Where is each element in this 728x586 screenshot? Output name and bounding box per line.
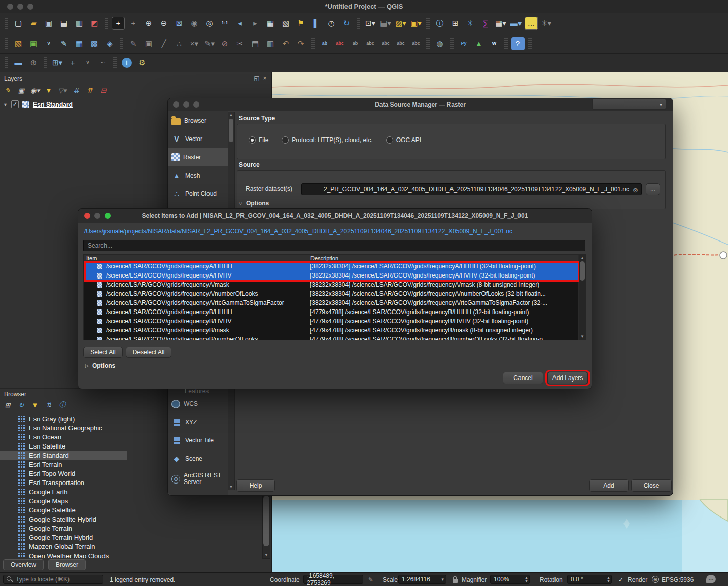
tab-browser[interactable]: Browser	[48, 559, 86, 570]
select-features-icon[interactable]: ⊡▾	[364, 17, 377, 30]
style-manager-icon[interactable]: ◩	[88, 17, 101, 30]
radio-file[interactable]: File	[249, 136, 268, 144]
browser-item-google-terrain[interactable]: Google Terrain	[0, 524, 262, 533]
magnifier-spinner[interactable]: 100% ▲▼	[490, 575, 530, 584]
tracking-center-icon[interactable]: ⊕	[27, 56, 40, 70]
rotate-label-icon[interactable]: abc	[394, 37, 407, 50]
zoom-to-layer-icon[interactable]: ◎	[203, 17, 216, 30]
remove-layer-icon[interactable]: ⊟	[98, 85, 109, 95]
statistical-summary-icon[interactable]: ⊞	[448, 17, 462, 30]
help-contents-icon[interactable]: ?	[511, 37, 525, 50]
dialog-minimize-button[interactable]	[94, 213, 100, 219]
new-bookmark-icon[interactable]: ⚑	[294, 17, 307, 30]
scroll-down-icon[interactable]: ▼	[263, 553, 270, 557]
dsm-tab-raster[interactable]: Raster	[168, 148, 228, 166]
paste-features-icon[interactable]: ▥	[264, 37, 277, 50]
add-layers-button[interactable]: Add Layers	[547, 372, 588, 384]
new-map-view-icon[interactable]: ▦	[264, 17, 277, 30]
dsm-options-expander[interactable]: ▽ Options	[239, 200, 269, 207]
open-project-icon[interactable]: ▰	[27, 17, 40, 30]
epsg-code[interactable]: EPSG:5936	[662, 576, 694, 583]
toolbar-icon[interactable]	[5, 38, 8, 49]
spinner-arrows-icon[interactable]: ▲▼	[607, 576, 610, 583]
radio-protocol[interactable]: Protocol: HTTP(S), cloud, etc.	[282, 136, 372, 144]
float-panel-icon[interactable]: ◱	[253, 75, 260, 82]
show-layout-manager-icon[interactable]: ▥	[73, 17, 86, 30]
scrollbar-thumb[interactable]	[229, 119, 233, 142]
toolbar-icon[interactable]	[120, 38, 123, 49]
metadata-info-icon[interactable]: i	[122, 58, 132, 68]
scroll-up-icon[interactable]: ▲	[228, 113, 234, 117]
select-by-value-icon[interactable]: ▤▾	[379, 17, 392, 30]
scrollbar-thumb[interactable]	[580, 261, 585, 281]
show-hide-labels-icon[interactable]: abc	[364, 37, 377, 50]
python-console-icon[interactable]: Py	[457, 37, 470, 50]
locate-search[interactable]: Type to locate (⌘K)	[3, 575, 103, 584]
pan-map-icon[interactable]: +	[112, 17, 125, 30]
settings-wrench-icon[interactable]: ⚙	[135, 56, 149, 70]
plugin-area-icon[interactable]: ▲	[472, 37, 486, 50]
browse-button[interactable]: ...	[646, 183, 660, 195]
new-mesh-layer-icon[interactable]: ◈	[103, 37, 116, 50]
processing-run-icon[interactable]: ✳▾	[540, 17, 553, 30]
manage-map-themes-icon[interactable]: ◉▾	[30, 85, 40, 95]
new-project-icon[interactable]: ▢	[12, 17, 25, 30]
search-input[interactable]	[83, 240, 585, 251]
collapse-browser-icon[interactable]: ⇅	[44, 400, 54, 410]
table-row[interactable]: /science/LSAR/GCOV/grids/frequencyB/numb…	[84, 335, 579, 340]
cancel-button[interactable]: Cancel	[503, 372, 543, 384]
filter-browser-icon[interactable]: ▼	[30, 400, 40, 410]
table-row[interactable]: /science/LSAR/GCOV/grids/frequencyB/HHHH…	[84, 307, 579, 317]
change-label-icon[interactable]: abc	[409, 37, 423, 50]
wkt-plugin-icon[interactable]: W	[488, 37, 501, 50]
browser-item-google-satellite[interactable]: Google Satellite	[0, 505, 262, 514]
filter-by-expression-icon[interactable]: ▽▾	[57, 85, 67, 95]
scrollbar-thumb[interactable]	[263, 496, 269, 546]
close-panel-icon[interactable]: ×	[261, 75, 268, 82]
toolbar-icon[interactable]	[105, 18, 108, 29]
new-temp-layer-icon[interactable]: ✎	[57, 37, 71, 50]
dsm-tab-xyz[interactable]: XYZ	[168, 413, 228, 431]
delete-selected-icon[interactable]: ⊘	[218, 37, 231, 50]
dsm-option-combo[interactable]	[592, 98, 666, 110]
refresh-browser-icon[interactable]: ↻	[16, 400, 26, 410]
temporal-controller-icon[interactable]: ◷	[325, 17, 338, 30]
filter-legend-icon[interactable]: ▼	[44, 85, 54, 95]
table-row[interactable]: /science/LSAR/GCOV/grids/frequencyB/mask…	[84, 326, 579, 335]
vertex-tool-icon[interactable]: ×▾	[188, 37, 201, 50]
dsm-tab-vector[interactable]: Vector	[168, 130, 228, 148]
dialog-minimize-button[interactable]	[183, 101, 189, 108]
layout-extent-icon[interactable]: ▬	[12, 56, 25, 70]
add-group-icon[interactable]: ▣	[16, 85, 26, 95]
expand-arrow-icon[interactable]: ▼	[3, 102, 8, 107]
radio-ogc-api[interactable]: OGC API	[386, 136, 421, 144]
sum-statistics-icon[interactable]: ∑	[479, 17, 492, 30]
dsm-tab-wcs[interactable]: WCS	[168, 395, 228, 413]
toolbar-icon[interactable]	[311, 38, 315, 49]
toolbar-icon[interactable]	[450, 38, 454, 49]
scroll-down-icon[interactable]: ▼	[228, 485, 234, 489]
new-3d-map-view-icon[interactable]: ▧	[279, 17, 292, 30]
digitize-line-icon[interactable]: ╱	[157, 37, 170, 50]
dsm-tab-mesh[interactable]: Mesh	[168, 166, 228, 185]
scroll-up-icon[interactable]: ▲	[579, 256, 586, 260]
browser-item-google-satellite-hybrid[interactable]: Google Satellite Hybrid	[0, 514, 262, 524]
map-tips-icon[interactable]: …	[525, 17, 538, 30]
dataset-path-link[interactable]: /Users/jrsmale/projects/NISAR/data/NISAR…	[84, 228, 512, 235]
browser-item-google-maps[interactable]: Google Maps	[0, 496, 262, 505]
zoom-out-icon[interactable]: ⊖	[157, 17, 170, 30]
zoom-to-selection-icon[interactable]: ◉	[188, 17, 201, 30]
attribute-table-icon[interactable]: ▦▾	[494, 17, 507, 30]
table-row[interactable]: /science/LSAR/GCOV/grids/frequencyB/HVHV…	[84, 317, 579, 326]
toolbar-icon[interactable]	[426, 38, 430, 49]
layer-labeling-icon[interactable]: ab	[318, 37, 331, 50]
identify-features-icon[interactable]: ⓘ	[433, 17, 446, 30]
label-highlight-icon[interactable]: abc	[333, 37, 346, 50]
select-by-form-icon[interactable]: ▣▾	[409, 17, 423, 30]
close-button[interactable]: Close	[631, 479, 672, 492]
digitize-point-icon[interactable]: ∴	[172, 37, 186, 50]
crs-globe-icon[interactable]: ⊕	[652, 576, 659, 583]
raster-dataset-input[interactable]: 2_PR_GCOV_004_164_A_032_4005_DHDH_A_2025…	[301, 183, 642, 195]
browser-item-google-terrain-hybrid[interactable]: Google Terrain Hybrid	[0, 533, 262, 542]
coordinate-field[interactable]: -1658489, 2753269	[303, 575, 363, 584]
